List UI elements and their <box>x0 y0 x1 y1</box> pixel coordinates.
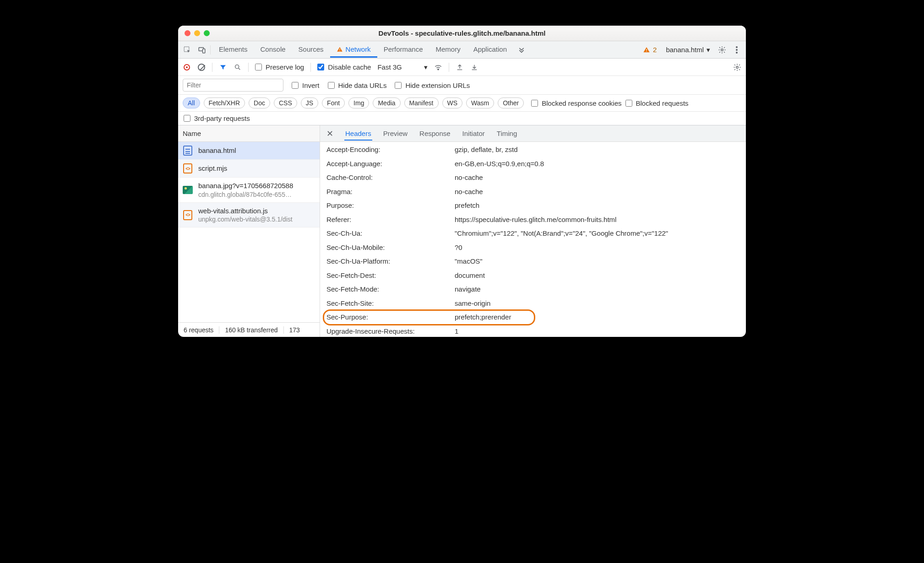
blocked-requests-label: Blocked requests <box>636 99 689 107</box>
separator <box>449 63 449 72</box>
blocked-cookies-label: Blocked response cookies <box>542 99 621 107</box>
tab-elements[interactable]: Elements <box>212 42 254 58</box>
minimize-window-button[interactable] <box>194 30 200 36</box>
close-window-button[interactable] <box>185 30 190 36</box>
request-row[interactable]: banana.html <box>178 142 320 160</box>
header-row: Sec-Ch-Ua-Platform:"macOS" <box>320 254 746 269</box>
document-icon <box>183 146 193 156</box>
chip-fetchxhr[interactable]: Fetch/XHR <box>204 97 245 108</box>
titlebar: DevTools - speculative-rules.glitch.me/b… <box>178 26 746 41</box>
request-info: banana.jpg?v=1705668720588cdn.glitch.glo… <box>198 181 315 199</box>
header-row: Upgrade-Insecure-Requests:1 <box>320 325 746 337</box>
detail-tab-timing[interactable]: Timing <box>496 126 518 141</box>
disable-cache-label: Disable cache <box>328 63 371 71</box>
device-toggle-icon[interactable] <box>196 43 208 56</box>
tab-sources[interactable]: Sources <box>292 42 330 58</box>
tab-performance[interactable]: Performance <box>377 42 429 58</box>
request-domain: cdn.glitch.global/87b4c0fe-655… <box>198 190 315 199</box>
detail-tab-initiator[interactable]: Initiator <box>462 126 486 141</box>
header-value: en-GB,en-US;q=0.9,en;q=0.8 <box>455 159 746 169</box>
svg-rect-4 <box>339 50 340 51</box>
svg-point-7 <box>721 49 723 51</box>
chip-js[interactable]: JS <box>301 97 318 108</box>
upload-icon[interactable] <box>456 63 464 71</box>
tab-network[interactable]: Network <box>330 42 377 58</box>
context-label: banana.html <box>666 46 704 54</box>
hide-extension-url-checkbox[interactable]: Hide extension URLs <box>395 81 470 89</box>
script-icon: <> <box>183 210 193 220</box>
preserve-log-checkbox[interactable]: Preserve log <box>255 63 304 71</box>
clear-button[interactable] <box>197 63 206 71</box>
tab-memory[interactable]: Memory <box>429 42 467 58</box>
devtools-window: DevTools - speculative-rules.glitch.me/b… <box>178 26 746 337</box>
inspect-icon[interactable] <box>181 43 194 56</box>
tab-console[interactable]: Console <box>254 42 292 58</box>
issues-badge[interactable]: 2 <box>639 46 660 54</box>
headers-list[interactable]: Accept-Encoding:gzip, deflate, br, zstdA… <box>320 142 746 337</box>
svg-point-9 <box>736 49 738 51</box>
chip-img[interactable]: Img <box>348 97 369 108</box>
invert-checkbox[interactable]: Invert <box>292 81 320 89</box>
content-area: Name banana.html<>script.mjsbanana.jpg?v… <box>178 125 746 337</box>
kebab-icon[interactable] <box>730 43 743 56</box>
header-row: Cache-Control:no-cache <box>320 171 746 185</box>
detail-tab-headers[interactable]: Headers <box>344 126 372 141</box>
detail-tab-response[interactable]: Response <box>419 126 451 141</box>
detail-tab-preview[interactable]: Preview <box>382 126 408 141</box>
zoom-window-button[interactable] <box>204 30 210 36</box>
header-value: "Chromium";v="122", "Not(A:Brand";v="24"… <box>455 228 746 239</box>
chip-css[interactable]: CSS <box>274 97 297 108</box>
close-detail-button[interactable]: ✕ <box>324 129 336 139</box>
disable-cache-checkbox[interactable]: Disable cache <box>317 63 371 71</box>
tab-application[interactable]: Application <box>467 42 513 58</box>
blocked-cookies-checkbox[interactable]: Blocked response cookies <box>531 99 621 107</box>
header-row: Accept-Language:en-GB,en-US;q=0.9,en;q=0… <box>320 157 746 171</box>
header-value: document <box>455 271 746 281</box>
status-transferred: 160 kB transferred <box>219 326 283 334</box>
svg-rect-2 <box>203 49 205 53</box>
header-name: Sec-Fetch-Dest: <box>326 271 455 281</box>
traffic-lights <box>185 30 210 36</box>
chip-other[interactable]: Other <box>498 97 524 108</box>
request-row[interactable]: <>script.mjs <box>178 160 320 178</box>
gear-icon[interactable] <box>733 63 741 71</box>
header-value: navigate <box>455 284 746 295</box>
request-row[interactable]: <>web-vitals.attribution.jsunpkg.com/web… <box>178 203 320 228</box>
chip-wasm[interactable]: Wasm <box>466 97 494 108</box>
chip-font[interactable]: Font <box>322 97 345 108</box>
gear-icon[interactable] <box>716 43 728 56</box>
more-tabs-icon[interactable] <box>515 43 528 56</box>
hide-ext-label: Hide extension URLs <box>405 81 470 89</box>
third-party-checkbox[interactable]: 3rd-party requests <box>184 114 740 122</box>
header-row: Sec-Purpose:prefetch;prerender <box>320 310 746 325</box>
header-name: Sec-Fetch-Mode: <box>326 284 455 295</box>
chip-doc[interactable]: Doc <box>249 97 270 108</box>
throttle-select[interactable]: Fast 3G ▾ <box>377 63 427 71</box>
filter-input[interactable] <box>183 79 283 92</box>
filter-icon[interactable] <box>219 63 227 71</box>
search-icon[interactable] <box>234 63 242 71</box>
request-info: web-vitals.attribution.jsunpkg.com/web-v… <box>198 206 315 224</box>
chip-manifest[interactable]: Manifest <box>404 97 439 108</box>
chip-all[interactable]: All <box>183 97 200 108</box>
request-info: banana.html <box>198 146 315 155</box>
request-row[interactable]: banana.jpg?v=1705668720588cdn.glitch.glo… <box>178 178 320 203</box>
download-icon[interactable] <box>470 63 478 71</box>
record-button[interactable] <box>183 63 191 71</box>
header-row: Accept-Encoding:gzip, deflate, br, zstd <box>320 143 746 157</box>
request-list-panel: Name banana.html<>script.mjsbanana.jpg?v… <box>178 125 320 337</box>
chip-media[interactable]: Media <box>373 97 400 108</box>
context-selector[interactable]: banana.html ▾ <box>662 46 714 54</box>
hide-data-url-checkbox[interactable]: Hide data URLs <box>328 81 387 89</box>
network-conditions-icon[interactable] <box>434 63 442 71</box>
chip-ws[interactable]: WS <box>442 97 463 108</box>
request-name: script.mjs <box>198 164 315 173</box>
svg-point-8 <box>736 46 738 48</box>
name-column-header[interactable]: Name <box>178 125 320 142</box>
blocked-requests-checkbox[interactable]: Blocked requests <box>625 99 689 107</box>
request-name: banana.html <box>198 146 315 155</box>
network-toolbar: Preserve log Disable cache Fast 3G ▾ <box>178 59 746 76</box>
header-name: Sec-Ch-Ua-Platform: <box>326 256 455 267</box>
filter-bar: Invert Hide data URLs Hide extension URL… <box>178 76 746 95</box>
header-row: Sec-Fetch-Dest:document <box>320 269 746 283</box>
